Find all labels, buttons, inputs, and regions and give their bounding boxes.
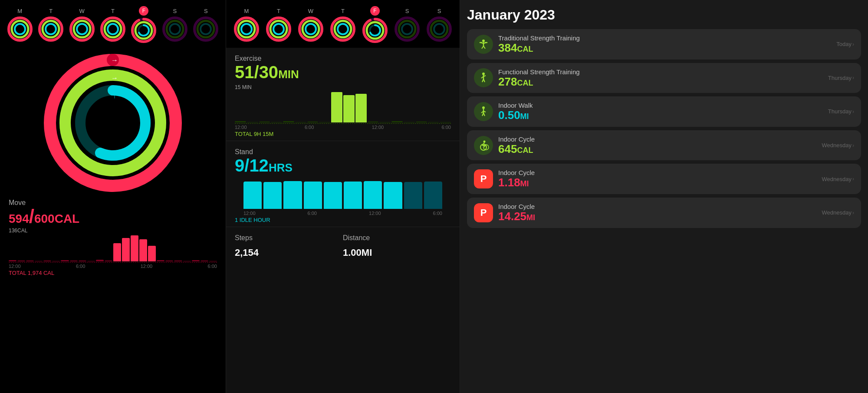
activity-value-1: 278CAL (498, 76, 823, 88)
activity-when-3: Wednesday › (822, 142, 854, 149)
move-value: 594/600CAL (9, 207, 217, 226)
day-label-5: S (173, 8, 177, 14)
svg-text:→: → (111, 56, 118, 64)
day-label-4-active: F (139, 6, 148, 16)
ring-mini-4 (131, 17, 157, 43)
activity-card-4[interactable]: P Indoor Cycle 1.18MI Wednesday › (467, 164, 861, 194)
activity-info-3: Indoor Cycle 645CAL (498, 135, 817, 155)
activity-card-1[interactable]: Functional Strength Training 278CAL Thur… (467, 63, 861, 93)
ring-mini-1 (38, 16, 64, 42)
mid-day-col-5[interactable]: S (394, 8, 420, 42)
activity-name-0: Traditional Strength Training (498, 34, 831, 42)
mid-day-col-1[interactable]: T (266, 8, 292, 42)
activity-when-4: Wednesday › (822, 176, 854, 182)
mid-day-label-4-active: F (370, 6, 380, 16)
svg-point-78 (402, 24, 412, 34)
day-label-6: S (204, 8, 208, 14)
svg-point-102 (483, 140, 486, 142)
svg-point-57 (273, 24, 284, 34)
day-col-3[interactable]: T (100, 8, 126, 42)
day-col-5[interactable]: S (162, 8, 188, 42)
chevron-icon-0: › (852, 41, 854, 47)
ring-mini-0 (7, 16, 33, 42)
activity-icon-0 (474, 35, 493, 54)
mid-day-col-3[interactable]: T (330, 8, 356, 42)
right-title: January 2023 (467, 7, 861, 23)
svg-point-35 (201, 24, 211, 34)
chevron-icon-5: › (852, 210, 854, 216)
activity-value-3: 645CAL (498, 143, 817, 155)
day-label-2: W (79, 8, 84, 14)
activity-icon-5: P (474, 203, 493, 222)
day-col-2[interactable]: W (69, 8, 95, 42)
svg-line-95 (483, 79, 485, 82)
ring-mini-6 (193, 16, 219, 42)
distance-label: Distance (343, 234, 451, 242)
activity-info-4: Indoor Cycle 1.18MI (498, 169, 817, 189)
main-rings: → → ↑ (39, 51, 187, 195)
activity-value-4: 1.18MI (498, 176, 817, 189)
move-stats: Move 594/600CAL 136CAL (0, 195, 226, 278)
day-col-1[interactable]: T (38, 8, 64, 42)
activity-value-5: 14.25MI (498, 210, 817, 223)
chevron-icon-4: › (852, 176, 854, 182)
day-col-6[interactable]: S (193, 8, 219, 42)
activity-value-2: 0.50MI (498, 109, 823, 122)
steps-label: Steps (235, 234, 343, 242)
distance-col: Distance 1.00MI (343, 234, 451, 259)
left-week-strip: M T W (0, 0, 226, 48)
mid-ring-2 (298, 16, 324, 42)
stand-section: Stand 9/12HRS 12:00 6:00 12:00 6:00 1 ID… (226, 141, 460, 227)
svg-text:↑: ↑ (113, 91, 117, 100)
mid-ring-1 (266, 16, 292, 42)
activity-card-5[interactable]: P Indoor Cycle 14.25MI Wednesday › (467, 198, 861, 228)
svg-point-11 (46, 24, 56, 34)
activity-name-1: Functional Strength Training (498, 68, 823, 76)
mid-day-col-2[interactable]: W (298, 8, 324, 42)
activity-card-3[interactable]: Indoor Cycle 645CAL Wednesday › (467, 130, 861, 161)
svg-point-63 (306, 24, 316, 34)
move-total: TOTAL 1,974 CAL (9, 270, 217, 276)
activity-card-0[interactable]: Traditional Strength Training 384CAL Tod… (467, 29, 861, 59)
svg-point-90 (482, 73, 485, 75)
svg-point-51 (241, 24, 252, 34)
middle-panel: M T W (226, 0, 460, 393)
mid-day-col-4[interactable]: F (362, 6, 388, 43)
activity-name-5: Indoor Cycle (498, 203, 817, 210)
stand-idle: 1 IDLE HOUR (235, 217, 451, 223)
svg-text:→: → (111, 74, 118, 82)
day-col-4[interactable]: F (131, 6, 157, 43)
activity-when-0: Today › (836, 41, 854, 47)
svg-point-5 (15, 24, 25, 34)
mid-day-col-6[interactable]: S (426, 8, 452, 42)
mid-ring-3 (330, 16, 356, 42)
ring-mini-5 (162, 16, 188, 42)
exercise-label: Exercise (235, 55, 451, 63)
day-label-3: T (111, 8, 115, 14)
activity-when-2: Thursday › (828, 108, 854, 115)
activity-icon-2 (474, 102, 493, 121)
activity-info-2: Indoor Walk 0.50MI (498, 102, 823, 122)
svg-point-23 (108, 24, 118, 34)
activity-card-2[interactable]: Indoor Walk 0.50MI Thursday › (467, 96, 861, 127)
svg-point-82 (482, 40, 485, 42)
day-label-1: T (49, 8, 53, 14)
mid-day-col-0[interactable]: M (233, 8, 260, 42)
activity-when-5: Wednesday › (822, 209, 854, 216)
activity-name-4: Indoor Cycle (498, 169, 817, 176)
mid-day-label-2: W (308, 8, 313, 14)
stand-value: 9/12HRS (235, 156, 451, 175)
mid-day-label-5: S (405, 8, 409, 14)
activity-icon-4: P (474, 169, 493, 188)
activity-info-0: Traditional Strength Training 384CAL (498, 34, 831, 54)
svg-line-101 (483, 113, 485, 116)
move-label: Move (9, 199, 217, 207)
activity-icon-1 (474, 68, 493, 87)
mid-day-label-1: T (277, 8, 280, 14)
activity-name-3: Indoor Cycle (498, 135, 817, 143)
day-label-0: M (17, 8, 22, 14)
mid-ring-5 (394, 16, 420, 42)
day-col-0[interactable]: M (7, 8, 33, 42)
right-panel: January 2023 Traditional Strength Traini… (460, 0, 868, 393)
distance-value: 1.00MI (343, 242, 451, 259)
